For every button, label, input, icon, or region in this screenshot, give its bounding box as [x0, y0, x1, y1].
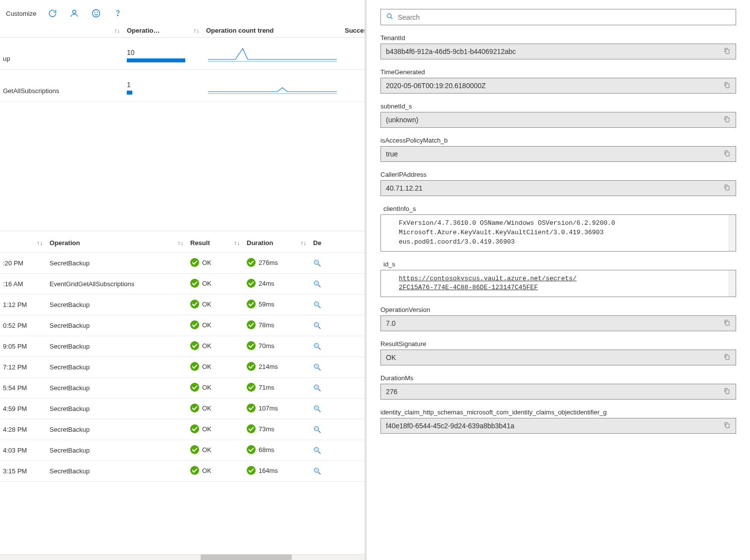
- customize-button[interactable]: Customize: [6, 10, 36, 17]
- table-row[interactable]: 0:52 PM SecretBackup OK 78ms: [0, 315, 365, 336]
- field-value: FxVersion/4.7.3610.0 OSName/Windows OSVe…: [387, 219, 722, 247]
- cell-time: 4:28 PM: [0, 426, 35, 433]
- cell-operation: SecretBackup: [47, 467, 175, 475]
- details-button[interactable]: [310, 301, 330, 309]
- cell-result: OK: [187, 362, 232, 372]
- svg-point-11: [314, 343, 319, 348]
- svg-point-12: [314, 364, 319, 368]
- details-button[interactable]: [310, 446, 330, 455]
- table-row[interactable]: 9:05 PM SecretBackup OK 70ms: [0, 336, 365, 357]
- horizontal-scrollbar[interactable]: [0, 554, 365, 560]
- cell-time: 3:15 PM: [0, 467, 35, 475]
- col-details[interactable]: De: [310, 239, 330, 247]
- vertical-scrollbar[interactable]: [729, 270, 736, 297]
- scrollbar-thumb[interactable]: [201, 555, 292, 560]
- details-button[interactable]: [310, 363, 330, 372]
- copy-icon[interactable]: [723, 319, 731, 328]
- details-button[interactable]: [310, 342, 330, 351]
- copy-icon[interactable]: [723, 421, 731, 430]
- cell-result: OK: [187, 424, 232, 435]
- cell-time: :16 AM: [0, 280, 35, 288]
- col-result[interactable]: Result: [187, 239, 232, 247]
- copy-icon[interactable]: [723, 47, 731, 56]
- table-row[interactable]: :16 AM EventGridGetAllSubscriptions OK 2…: [0, 274, 365, 295]
- col-success[interactable]: Success: [342, 27, 367, 34]
- field-label: TimeGenerated: [380, 68, 736, 76]
- col-operation[interactable]: Operation: [47, 239, 175, 247]
- cell-result: OK: [187, 445, 232, 456]
- copy-icon[interactable]: [723, 387, 731, 396]
- field-label: isAccessPolicyMatch_b: [380, 137, 736, 144]
- svg-point-15: [314, 426, 319, 431]
- col-trend[interactable]: Operation count trend: [203, 27, 342, 34]
- details-button[interactable]: [310, 425, 330, 434]
- details-button[interactable]: [310, 280, 330, 289]
- copy-icon[interactable]: [723, 353, 731, 362]
- sort-icon[interactable]: ↑↓: [35, 240, 47, 247]
- details-button[interactable]: [310, 467, 330, 476]
- details-button[interactable]: [310, 384, 330, 393]
- help-icon[interactable]: [112, 8, 123, 19]
- table-row[interactable]: 3:15 PM SecretBackup OK 164ms: [0, 461, 365, 482]
- field-value-box[interactable]: (unknown): [380, 112, 736, 128]
- cell-result: OK: [187, 320, 232, 331]
- svg-rect-23: [726, 186, 729, 190]
- cell-operation: SecretBackup: [47, 426, 175, 433]
- col-duration[interactable]: Duration: [244, 239, 298, 247]
- field-value-box[interactable]: 276: [380, 384, 736, 400]
- field-durationms: DurationMs 276: [380, 374, 736, 400]
- cell-duration: 70ms: [244, 341, 298, 352]
- success-icon: [190, 383, 199, 392]
- sort-icon[interactable]: ↑↓: [175, 240, 187, 247]
- cell-time: 4:03 PM: [0, 447, 35, 454]
- cell-operation: SecretBackup: [47, 405, 175, 412]
- field-value: b438b4f6-912a-46d5-9cb1-b44069212abc: [386, 48, 723, 55]
- sort-icon[interactable]: ↑↓: [232, 240, 244, 247]
- details-button[interactable]: [310, 321, 330, 330]
- summary-row[interactable]: GetAllSubscriptions 1: [0, 70, 365, 102]
- table-row[interactable]: 7:12 PM SecretBackup OK 214ms: [0, 357, 365, 378]
- success-icon: [190, 258, 199, 267]
- search-field[interactable]: [398, 13, 731, 21]
- cell-result: OK: [187, 279, 232, 289]
- field-value-box[interactable]: 2020-05-06T00:19:20.6180000Z: [380, 78, 736, 94]
- sort-icon[interactable]: ↑↓: [188, 27, 203, 34]
- table-row[interactable]: 1:12 PM SecretBackup OK 59ms: [0, 295, 365, 315]
- table-row[interactable]: 4:28 PM SecretBackup OK 73ms: [0, 419, 365, 440]
- field-value-box[interactable]: true: [380, 146, 736, 162]
- search-input[interactable]: [380, 9, 736, 25]
- table-row[interactable]: 5:54 PM SecretBackup OK 71ms: [0, 378, 365, 399]
- summary-row[interactable]: up 10: [0, 38, 365, 70]
- sort-icon[interactable]: ↑↓: [298, 240, 310, 247]
- feedback-smile-icon[interactable]: [91, 8, 102, 19]
- table-row[interactable]: 4:59 PM SecretBackup OK 107ms: [0, 399, 365, 419]
- field-value-box[interactable]: 40.71.12.21: [380, 180, 736, 196]
- copy-icon[interactable]: [723, 115, 731, 124]
- vertical-scrollbar[interactable]: [729, 215, 736, 251]
- field-textarea[interactable]: FxVersion/4.7.3610.0 OSName/Windows OSVe…: [380, 214, 736, 252]
- cell-duration: 73ms: [244, 424, 298, 435]
- details-button[interactable]: [310, 259, 330, 268]
- success-icon: [247, 320, 256, 329]
- field-value-box[interactable]: 7.0: [380, 315, 736, 331]
- table-row[interactable]: 4:03 PM SecretBackup OK 68ms: [0, 440, 365, 461]
- field-value-box[interactable]: b438b4f6-912a-46d5-9cb1-b44069212abc: [380, 44, 736, 59]
- person-icon[interactable]: [69, 8, 80, 19]
- cell-result: OK: [187, 404, 232, 414]
- field-value-box[interactable]: OK: [380, 350, 736, 365]
- copy-icon[interactable]: [723, 184, 731, 193]
- sort-icon[interactable]: ↑↓: [109, 27, 124, 34]
- table-row[interactable]: :20 PM SecretBackup OK 276ms: [0, 253, 365, 274]
- field-value-box[interactable]: f40e18f0-6544-45c2-9d24-639a8bb3b41a: [380, 418, 736, 434]
- field-value: true: [386, 150, 723, 158]
- details-button[interactable]: [310, 405, 330, 413]
- col-operation-count[interactable]: Operatio…: [124, 27, 188, 34]
- field-label: id_s: [380, 260, 736, 268]
- copy-icon[interactable]: [723, 150, 731, 158]
- success-icon: [190, 362, 199, 371]
- cell-duration: 107ms: [244, 404, 298, 414]
- svg-point-14: [314, 406, 319, 410]
- copy-icon[interactable]: [723, 81, 731, 90]
- field-textarea[interactable]: https://contosokvscus.vault.azure.net/se…: [380, 270, 736, 298]
- refresh-icon[interactable]: [47, 8, 58, 19]
